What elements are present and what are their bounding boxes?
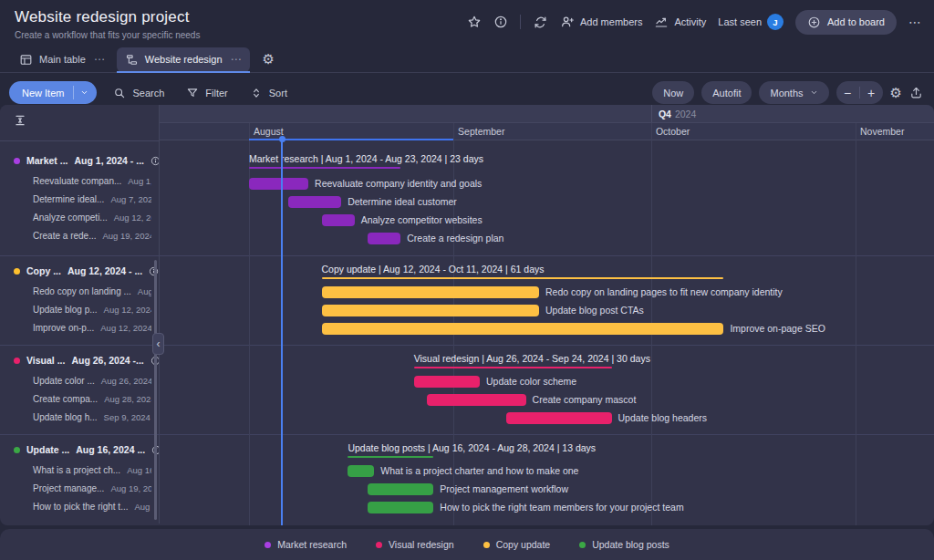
tab-website-redesign[interactable]: Website redesign ⋯	[117, 47, 250, 72]
task-name: Create a rede...	[33, 231, 96, 241]
add-members-button[interactable]: Add members	[560, 15, 642, 29]
gantt-bar-label: Update color scheme	[486, 376, 576, 388]
zoom-in-button[interactable]: +	[860, 86, 883, 100]
task-name: Create compa...	[33, 394, 98, 404]
tab-main-table[interactable]: Main table ⋯	[11, 47, 113, 72]
timeline-header: Q42024 AugustSeptemberOctoberNovember	[0, 105, 934, 141]
activity-button[interactable]: Activity	[654, 15, 706, 29]
last-seen[interactable]: Last seen J	[718, 14, 784, 30]
gantt-bar[interactable]: Update blog post CTAs	[322, 305, 540, 316]
zoom-level-select[interactable]: Months	[759, 81, 828, 104]
task-dates: Aug 16, 202...	[127, 465, 151, 475]
gantt-bar[interactable]: Determine ideal customer	[288, 196, 341, 208]
group-header[interactable]: Market ...Aug 1, 2024 - ...	[14, 150, 151, 171]
group-summary[interactable]: Copy update | Aug 12, 2024 - Oct 11, 202…	[322, 264, 724, 279]
group-summary-text: Visual redesign | Aug 26, 2024 - Sep 24,…	[414, 353, 650, 364]
group-duration-line	[322, 277, 724, 279]
task-row[interactable]: Analyze competi...Aug 12, 2024 - ...	[14, 208, 151, 226]
task-row[interactable]: What is a project ch...Aug 16, 202...	[14, 461, 151, 479]
page-subtitle: Create a workflow that fits your specifi…	[15, 30, 200, 40]
new-item-button[interactable]: New Item	[9, 81, 97, 104]
group-summary[interactable]: Visual redesign | Aug 26, 2024 - Sep 24,…	[414, 353, 650, 368]
task-row[interactable]: Redo copy on landing ...Aug 12, 2...	[14, 282, 151, 300]
search-button[interactable]: Search	[108, 87, 170, 99]
task-name: What is a project ch...	[33, 465, 120, 475]
group-row: Copy ...Aug 12, 2024 - ...Redo copy on l…	[0, 255, 934, 345]
favorite-star-icon[interactable]	[467, 15, 482, 29]
gantt-bar-label: Update blog headers	[618, 412, 708, 424]
group-dates: Aug 26, 2024 -...	[71, 355, 143, 366]
group-header[interactable]: Update ...Aug 16, 2024 ...	[14, 439, 151, 461]
gantt-bar[interactable]: Create company mascot	[427, 394, 525, 406]
task-dates: Aug 1, 2024 ...	[128, 176, 151, 186]
task-name: Improve on-p...	[33, 323, 94, 333]
task-row[interactable]: How to pick the right t...Aug 19, 2...	[14, 497, 151, 515]
autofit-button[interactable]: Autofit	[701, 81, 752, 104]
sidebar-header	[0, 105, 160, 141]
task-row[interactable]: Reevaluate compan...Aug 1, 2024 ...	[14, 171, 151, 190]
group-summary[interactable]: Market research | Aug 1, 2024 - Aug 23, …	[249, 153, 483, 169]
group-info-icon[interactable]	[150, 156, 160, 166]
group-color-dot	[14, 268, 20, 275]
task-row[interactable]: Determine ideal...Aug 7, 2024 - Au...	[14, 190, 151, 208]
integrations-sync-icon[interactable]	[533, 15, 548, 30]
group-sidebar-section: Market ...Aug 1, 2024 - ...Reevaluate co…	[0, 141, 160, 255]
task-row[interactable]: Project manage...Aug 19, 2024 - ...	[14, 479, 151, 497]
table-icon	[19, 53, 33, 67]
task-name: Project manage...	[33, 483, 104, 493]
task-name: Redo copy on landing ...	[33, 286, 131, 296]
legend-label: Update blog posts	[592, 539, 669, 550]
gantt-settings-gear-icon[interactable]: ⚙	[890, 85, 902, 101]
group-legend: Market researchVisual redesignCopy updat…	[0, 529, 934, 560]
gantt-bar[interactable]: Project management workflow	[368, 483, 433, 495]
plus-circle-icon	[807, 16, 821, 29]
export-icon[interactable]	[909, 86, 923, 99]
gantt-bar[interactable]: Update color scheme	[414, 376, 480, 388]
gantt-bar[interactable]: How to pick the right team members for y…	[368, 502, 433, 513]
info-icon[interactable]	[493, 15, 508, 29]
gantt-bar-label: Redo copy on landing pages to fit new co…	[545, 286, 783, 298]
sidebar-scrollbar[interactable]	[154, 260, 157, 520]
filter-label: Filter	[205, 88, 227, 99]
gantt-bar-label: Update blog post CTAs	[545, 305, 644, 316]
filter-button[interactable]: Filter	[181, 87, 233, 99]
gantt-bar[interactable]: Analyze competitor websites	[322, 214, 355, 226]
group-summary-text: Copy update | Aug 12, 2024 - Oct 11, 202…	[322, 264, 724, 275]
gantt-bar[interactable]: Redo copy on landing pages to fit new co…	[322, 286, 540, 298]
zoom-out-button[interactable]: −	[836, 86, 859, 100]
new-item-caret-icon[interactable]	[74, 88, 97, 97]
sort-button[interactable]: Sort	[244, 87, 293, 99]
task-row[interactable]: Update color ...Aug 26, 2024 - Se...	[14, 371, 151, 389]
gantt-bar[interactable]: Reevaluate company identity and goals	[249, 178, 308, 190]
task-row[interactable]: Create a rede...Aug 19, 2024 - Au...	[14, 226, 151, 244]
legend-label: Copy update	[496, 539, 551, 550]
group-header[interactable]: Copy ...Aug 12, 2024 - ...	[14, 260, 151, 282]
group-summary[interactable]: Update blog posts | Aug 16, 2024 - Aug 2…	[348, 442, 596, 458]
gantt-bar[interactable]: Create a redesign plan	[368, 233, 400, 244]
gantt-bar[interactable]: What is a project charter and how to mak…	[348, 465, 374, 477]
gantt-bar[interactable]: Improve on-page SEO	[322, 323, 724, 335]
views-settings-gear-icon[interactable]: ⚙	[263, 51, 275, 67]
task-row[interactable]: Improve on-p...Aug 12, 2024 - Oct...	[14, 318, 151, 337]
gantt-bar[interactable]: Update blog headers	[506, 412, 612, 424]
group-name: Copy ...	[26, 265, 61, 276]
now-button[interactable]: Now	[652, 81, 694, 104]
task-name: Update blog p...	[33, 305, 98, 315]
timeline-scale: Q42024 AugustSeptemberOctoberNovember	[160, 105, 934, 141]
collapse-all-icon[interactable]	[14, 113, 159, 128]
tab-main-table-menu-icon[interactable]: ⋯	[94, 53, 105, 66]
task-row[interactable]: Update blog h...Sep 9, 2024 - Sep ...	[14, 408, 151, 426]
group-row: Visual ...Aug 26, 2024 -...Update color …	[0, 345, 934, 434]
task-row[interactable]: Create compa...Aug 28, 2024 - Se...	[14, 389, 151, 408]
sort-label: Sort	[269, 88, 287, 99]
add-to-board-button[interactable]: Add to board	[795, 10, 897, 35]
task-dates: Aug 19, 2...	[135, 502, 152, 512]
collapse-sidebar-handle[interactable]: ‹	[152, 333, 164, 355]
board-menu-icon[interactable]: ⋯	[908, 17, 921, 26]
tab-website-redesign-menu-icon[interactable]: ⋯	[231, 53, 242, 66]
avatar[interactable]: J	[767, 14, 784, 30]
header-actions: Add members Activity Last seen J Add to …	[467, 8, 921, 36]
group-header[interactable]: Visual ...Aug 26, 2024 -...	[14, 349, 151, 371]
group-dates: Aug 16, 2024 ...	[76, 444, 145, 455]
task-row[interactable]: Update blog p...Aug 12, 2024 - Se...	[14, 300, 151, 318]
